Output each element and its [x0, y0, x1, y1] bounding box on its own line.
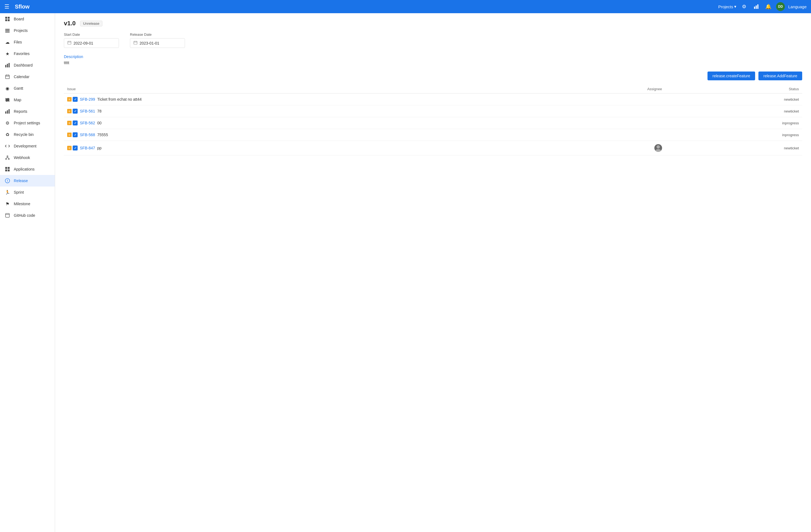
- sidebar-item-sprint[interactable]: 🏃 Sprint: [0, 187, 55, 198]
- description-section: Description ttttt: [64, 54, 802, 65]
- dashboard-icon: [4, 62, 11, 68]
- issue-id[interactable]: SFB-568: [80, 132, 95, 137]
- projects-label: Projects: [718, 4, 733, 9]
- priority-icon: [67, 132, 72, 137]
- create-feature-button[interactable]: release.createFeature: [707, 72, 755, 80]
- priority-icon: [67, 109, 72, 113]
- project-settings-icon: ⚙: [4, 120, 11, 126]
- files-icon: ☁: [4, 39, 11, 45]
- assignee-cell: [540, 141, 665, 155]
- sidebar-item-recycle-bin[interactable]: ♻ Recycle bin: [0, 129, 55, 140]
- sidebar-item-calendar[interactable]: Calendar: [0, 71, 55, 82]
- sidebar-item-gantt[interactable]: ◉ Gantt: [0, 82, 55, 94]
- map-icon: [4, 97, 11, 103]
- sidebar-item-label: Favorites: [14, 51, 30, 56]
- github-code-icon: [4, 213, 11, 218]
- sidebar-item-github-code[interactable]: GitHub code: [0, 209, 55, 221]
- assignee-cell: [540, 105, 665, 117]
- issue-id[interactable]: SFB-562: [80, 121, 95, 125]
- issue-id[interactable]: SFB-299: [80, 97, 95, 101]
- development-icon: [4, 143, 11, 149]
- table-row[interactable]: SFB-568 75555 inprogress: [64, 129, 802, 141]
- assignee-cell: [540, 117, 665, 129]
- issue-cell: SFB-562 00: [64, 117, 540, 129]
- sidebar-item-reports[interactable]: Reports: [0, 106, 55, 117]
- sidebar-item-projects[interactable]: Projects: [0, 25, 55, 36]
- sidebar-item-board[interactable]: Board: [0, 13, 55, 25]
- projects-dropdown[interactable]: Projects ▾: [718, 4, 736, 9]
- priority-icon: [67, 97, 72, 101]
- projects-icon: [4, 28, 11, 34]
- sidebar-item-map[interactable]: Map: [0, 94, 55, 106]
- release-header: v1.0 Unrelease: [64, 20, 802, 27]
- svg-rect-5: [5, 19, 7, 21]
- settings-icon[interactable]: ⚙: [740, 2, 749, 11]
- issue-title: 75555: [97, 132, 108, 137]
- table-row[interactable]: SFB-847 pp newticket: [64, 141, 802, 155]
- svg-point-23: [7, 156, 8, 157]
- sidebar-item-label: Map: [14, 98, 21, 102]
- status-cell: inprogress: [665, 129, 802, 141]
- status-badge: newticket: [784, 146, 799, 150]
- sidebar-item-applications[interactable]: Applications: [0, 163, 55, 175]
- svg-text:!: !: [7, 179, 8, 182]
- dates-row: Start Date 2022-09-01 Release Date: [64, 32, 802, 48]
- svg-rect-8: [5, 30, 10, 31]
- start-date-calendar-icon: [67, 41, 71, 45]
- user-avatar[interactable]: DD: [776, 2, 785, 11]
- svg-point-40: [657, 145, 660, 148]
- recycle-bin-icon: ♻: [4, 131, 11, 138]
- sidebar-item-label: GitHub code: [14, 213, 35, 218]
- status-cell: newticket: [665, 141, 802, 155]
- issue-cell: SFB-568 75555: [64, 129, 540, 141]
- table-row[interactable]: SFB-299 Ticket from echat no att44 newti…: [64, 94, 802, 105]
- start-date-label: Start Date: [64, 32, 119, 36]
- issue-cell: SFB-561 78: [64, 105, 540, 117]
- sidebar-item-milestone[interactable]: ⚑ Milestone: [0, 198, 55, 209]
- table-row[interactable]: SFB-562 00 inprogress: [64, 117, 802, 129]
- svg-point-21: [5, 158, 6, 159]
- sidebar-item-project-settings[interactable]: ⚙ Project settings: [0, 117, 55, 129]
- notifications-icon[interactable]: 🔔: [764, 2, 773, 11]
- svg-rect-25: [8, 167, 10, 169]
- sidebar-item-webhook[interactable]: Webhook: [0, 152, 55, 163]
- start-date-input[interactable]: 2022-09-01: [64, 38, 119, 48]
- sidebar-item-development[interactable]: Development: [0, 140, 55, 152]
- sidebar-item-favorites[interactable]: ★ Favorites: [0, 48, 55, 59]
- sidebar-item-label: Projects: [14, 28, 28, 33]
- topnav: ☰ Sflow Projects ▾ ⚙ 🔔 DD Language: [0, 0, 811, 13]
- issue-id[interactable]: SFB-561: [80, 109, 95, 113]
- sidebar-item-files[interactable]: ☁ Files: [0, 36, 55, 48]
- svg-rect-32: [68, 41, 71, 44]
- language-selector[interactable]: Language: [788, 4, 807, 9]
- release-date-field: Release Date 2023-01-01: [130, 32, 185, 48]
- issue-id[interactable]: SFB-847: [80, 146, 95, 150]
- menu-icon[interactable]: ☰: [4, 3, 9, 10]
- issues-table: Issue Assignee Status SFB-299 Ticket fro…: [64, 85, 802, 155]
- issue-title: pp: [97, 146, 102, 150]
- analytics-icon[interactable]: [752, 2, 761, 11]
- svg-rect-24: [5, 167, 7, 169]
- reports-icon: [4, 108, 11, 114]
- issue-title: 78: [97, 109, 102, 113]
- assignee-avatar: [654, 144, 662, 152]
- description-label: Description: [64, 54, 802, 59]
- milestone-icon: ⚑: [4, 201, 11, 207]
- sidebar-item-release[interactable]: ! Release: [0, 175, 55, 187]
- svg-rect-26: [5, 170, 7, 171]
- issue-title: Ticket from echat no att44: [97, 97, 141, 101]
- issue-title: 00: [97, 121, 102, 125]
- table-row[interactable]: SFB-561 78 newticket: [64, 105, 802, 117]
- add-feature-button[interactable]: release.AddFeature: [759, 72, 802, 80]
- issue-cell: SFB-299 Ticket from echat no att44: [64, 94, 540, 105]
- actions-row: release.createFeature release.AddFeature: [64, 72, 802, 80]
- sidebar-item-dashboard[interactable]: Dashboard: [0, 59, 55, 71]
- priority-icon: [67, 146, 72, 150]
- release-date-input[interactable]: 2023-01-01: [130, 38, 185, 48]
- applications-icon: [4, 166, 11, 172]
- sidebar-item-label: Recycle bin: [14, 132, 34, 137]
- sprint-icon: 🏃: [4, 189, 11, 195]
- brand-name: Sflow: [15, 3, 29, 10]
- status-badge: inprogress: [782, 121, 799, 125]
- start-date-value: 2022-09-01: [74, 41, 93, 45]
